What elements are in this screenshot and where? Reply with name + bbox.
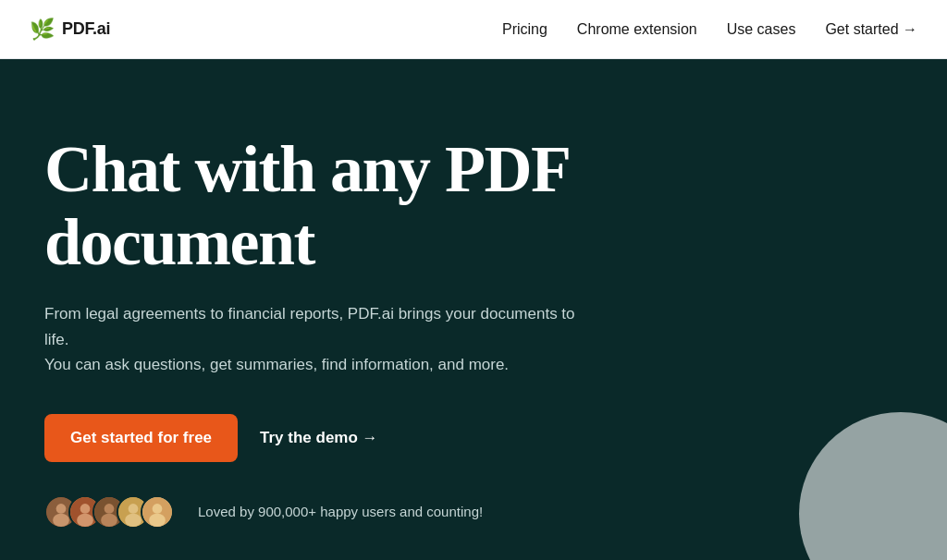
logo-text: PDF.ai [62, 19, 110, 39]
logo-icon: 🌿 [30, 18, 55, 42]
nav-pricing[interactable]: Pricing [502, 21, 547, 38]
svg-point-13 [153, 504, 163, 514]
hero-heading: Chat with any PDF document [44, 133, 803, 279]
hero-buttons: Get started for free Try the demo → [44, 414, 903, 462]
nav-get-started[interactable]: Get started → [825, 21, 917, 38]
hero-subtitle: From legal agreements to financial repor… [44, 301, 581, 377]
hero-section: Chat with any PDF document From legal ag… [0, 59, 947, 560]
hero-subtitle-line2: You can ask questions, get summaries, fi… [44, 352, 581, 377]
svg-point-4 [80, 504, 91, 514]
svg-point-5 [77, 514, 93, 527]
nav-use-cases[interactable]: Use cases [727, 21, 796, 38]
avatar-group [44, 495, 174, 529]
logo[interactable]: 🌿 PDF.ai [30, 18, 110, 42]
social-proof-text: Loved by 900,000+ happy users and counti… [198, 504, 483, 519]
svg-point-10 [129, 504, 139, 514]
navbar: 🌿 PDF.ai Pricing Chrome extension Use ca… [0, 0, 947, 59]
hero-subtitle-line1: From legal agreements to financial repor… [44, 301, 581, 351]
nav-chrome-extension[interactable]: Chrome extension [577, 21, 697, 38]
get-started-button[interactable]: Get started for free [44, 414, 238, 462]
svg-point-7 [105, 504, 115, 514]
svg-point-14 [149, 514, 166, 527]
try-demo-button[interactable]: Try the demo → [260, 429, 378, 447]
svg-point-8 [101, 514, 117, 527]
svg-point-1 [56, 504, 67, 514]
avatar-image [142, 495, 172, 529]
social-proof: Loved by 900,000+ happy users and counti… [44, 495, 903, 529]
nav-links: Pricing Chrome extension Use cases Get s… [502, 21, 917, 38]
avatar [141, 495, 174, 529]
svg-point-11 [125, 514, 141, 527]
svg-point-2 [53, 514, 69, 527]
